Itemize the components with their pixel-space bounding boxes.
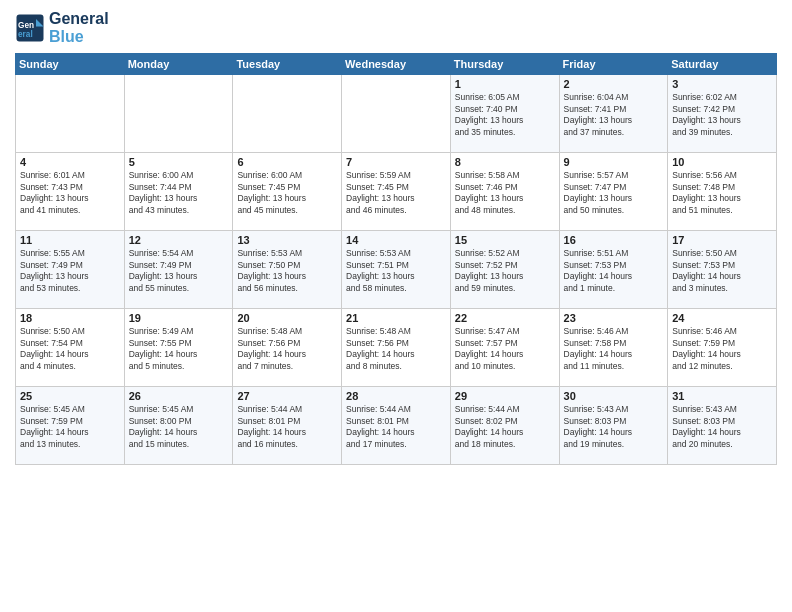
weekday-header-friday: Friday [559,54,668,75]
calendar-week-row: 25Sunrise: 5:45 AM Sunset: 7:59 PM Dayli… [16,387,777,465]
calendar-week-row: 4Sunrise: 6:01 AM Sunset: 7:43 PM Daylig… [16,153,777,231]
weekday-header-saturday: Saturday [668,54,777,75]
calendar-cell: 3Sunrise: 6:02 AM Sunset: 7:42 PM Daylig… [668,75,777,153]
cell-sun-info: Sunrise: 5:44 AM Sunset: 8:01 PM Dayligh… [237,404,337,450]
weekday-header-row: SundayMondayTuesdayWednesdayThursdayFrid… [16,54,777,75]
weekday-header-sunday: Sunday [16,54,125,75]
day-number: 23 [564,312,664,324]
calendar-cell: 22Sunrise: 5:47 AM Sunset: 7:57 PM Dayli… [450,309,559,387]
cell-sun-info: Sunrise: 5:45 AM Sunset: 8:00 PM Dayligh… [129,404,229,450]
day-number: 15 [455,234,555,246]
cell-sun-info: Sunrise: 5:43 AM Sunset: 8:03 PM Dayligh… [672,404,772,450]
day-number: 5 [129,156,229,168]
calendar-cell: 6Sunrise: 6:00 AM Sunset: 7:45 PM Daylig… [233,153,342,231]
logo-text: General Blue [49,10,109,45]
cell-sun-info: Sunrise: 5:48 AM Sunset: 7:56 PM Dayligh… [346,326,446,372]
cell-sun-info: Sunrise: 6:04 AM Sunset: 7:41 PM Dayligh… [564,92,664,138]
day-number: 8 [455,156,555,168]
calendar-cell: 17Sunrise: 5:50 AM Sunset: 7:53 PM Dayli… [668,231,777,309]
day-number: 12 [129,234,229,246]
calendar-cell: 10Sunrise: 5:56 AM Sunset: 7:48 PM Dayli… [668,153,777,231]
cell-sun-info: Sunrise: 5:49 AM Sunset: 7:55 PM Dayligh… [129,326,229,372]
cell-sun-info: Sunrise: 5:55 AM Sunset: 7:49 PM Dayligh… [20,248,120,294]
calendar-cell: 18Sunrise: 5:50 AM Sunset: 7:54 PM Dayli… [16,309,125,387]
cell-sun-info: Sunrise: 6:02 AM Sunset: 7:42 PM Dayligh… [672,92,772,138]
calendar-cell: 15Sunrise: 5:52 AM Sunset: 7:52 PM Dayli… [450,231,559,309]
cell-sun-info: Sunrise: 5:56 AM Sunset: 7:48 PM Dayligh… [672,170,772,216]
calendar-cell: 31Sunrise: 5:43 AM Sunset: 8:03 PM Dayli… [668,387,777,465]
day-number: 4 [20,156,120,168]
day-number: 3 [672,78,772,90]
cell-sun-info: Sunrise: 5:46 AM Sunset: 7:59 PM Dayligh… [672,326,772,372]
cell-sun-info: Sunrise: 5:47 AM Sunset: 7:57 PM Dayligh… [455,326,555,372]
day-number: 26 [129,390,229,402]
day-number: 6 [237,156,337,168]
calendar-cell: 12Sunrise: 5:54 AM Sunset: 7:49 PM Dayli… [124,231,233,309]
calendar-cell: 2Sunrise: 6:04 AM Sunset: 7:41 PM Daylig… [559,75,668,153]
calendar-cell: 4Sunrise: 6:01 AM Sunset: 7:43 PM Daylig… [16,153,125,231]
weekday-header-thursday: Thursday [450,54,559,75]
cell-sun-info: Sunrise: 5:58 AM Sunset: 7:46 PM Dayligh… [455,170,555,216]
calendar-table: SundayMondayTuesdayWednesdayThursdayFrid… [15,53,777,465]
day-number: 7 [346,156,446,168]
calendar-body: 1Sunrise: 6:05 AM Sunset: 7:40 PM Daylig… [16,75,777,465]
cell-sun-info: Sunrise: 5:45 AM Sunset: 7:59 PM Dayligh… [20,404,120,450]
calendar-cell: 5Sunrise: 6:00 AM Sunset: 7:44 PM Daylig… [124,153,233,231]
cell-sun-info: Sunrise: 5:44 AM Sunset: 8:01 PM Dayligh… [346,404,446,450]
calendar-cell: 16Sunrise: 5:51 AM Sunset: 7:53 PM Dayli… [559,231,668,309]
cell-sun-info: Sunrise: 5:48 AM Sunset: 7:56 PM Dayligh… [237,326,337,372]
cell-sun-info: Sunrise: 6:05 AM Sunset: 7:40 PM Dayligh… [455,92,555,138]
day-number: 28 [346,390,446,402]
calendar-cell: 8Sunrise: 5:58 AM Sunset: 7:46 PM Daylig… [450,153,559,231]
calendar-cell: 29Sunrise: 5:44 AM Sunset: 8:02 PM Dayli… [450,387,559,465]
calendar-cell: 1Sunrise: 6:05 AM Sunset: 7:40 PM Daylig… [450,75,559,153]
day-number: 24 [672,312,772,324]
day-number: 18 [20,312,120,324]
calendar-cell: 20Sunrise: 5:48 AM Sunset: 7:56 PM Dayli… [233,309,342,387]
calendar-cell [342,75,451,153]
day-number: 20 [237,312,337,324]
calendar-cell: 9Sunrise: 5:57 AM Sunset: 7:47 PM Daylig… [559,153,668,231]
calendar-cell: 19Sunrise: 5:49 AM Sunset: 7:55 PM Dayli… [124,309,233,387]
day-number: 1 [455,78,555,90]
cell-sun-info: Sunrise: 5:59 AM Sunset: 7:45 PM Dayligh… [346,170,446,216]
calendar-cell: 23Sunrise: 5:46 AM Sunset: 7:58 PM Dayli… [559,309,668,387]
logo: Gen eral General Blue [15,10,109,45]
cell-sun-info: Sunrise: 5:53 AM Sunset: 7:51 PM Dayligh… [346,248,446,294]
day-number: 13 [237,234,337,246]
calendar-cell [16,75,125,153]
calendar-cell: 7Sunrise: 5:59 AM Sunset: 7:45 PM Daylig… [342,153,451,231]
day-number: 31 [672,390,772,402]
day-number: 2 [564,78,664,90]
day-number: 17 [672,234,772,246]
day-number: 30 [564,390,664,402]
day-number: 9 [564,156,664,168]
calendar-header: Gen eral General Blue [15,10,777,45]
cell-sun-info: Sunrise: 5:43 AM Sunset: 8:03 PM Dayligh… [564,404,664,450]
calendar-week-row: 1Sunrise: 6:05 AM Sunset: 7:40 PM Daylig… [16,75,777,153]
day-number: 29 [455,390,555,402]
day-number: 16 [564,234,664,246]
calendar-cell: 11Sunrise: 5:55 AM Sunset: 7:49 PM Dayli… [16,231,125,309]
main-container: Gen eral General Blue SundayMondayTuesda… [0,0,792,475]
cell-sun-info: Sunrise: 5:54 AM Sunset: 7:49 PM Dayligh… [129,248,229,294]
cell-sun-info: Sunrise: 5:44 AM Sunset: 8:02 PM Dayligh… [455,404,555,450]
calendar-thead: SundayMondayTuesdayWednesdayThursdayFrid… [16,54,777,75]
calendar-cell [124,75,233,153]
calendar-cell [233,75,342,153]
day-number: 10 [672,156,772,168]
day-number: 25 [20,390,120,402]
cell-sun-info: Sunrise: 5:52 AM Sunset: 7:52 PM Dayligh… [455,248,555,294]
calendar-week-row: 18Sunrise: 5:50 AM Sunset: 7:54 PM Dayli… [16,309,777,387]
day-number: 14 [346,234,446,246]
calendar-cell: 24Sunrise: 5:46 AM Sunset: 7:59 PM Dayli… [668,309,777,387]
weekday-header-tuesday: Tuesday [233,54,342,75]
cell-sun-info: Sunrise: 5:57 AM Sunset: 7:47 PM Dayligh… [564,170,664,216]
calendar-cell: 25Sunrise: 5:45 AM Sunset: 7:59 PM Dayli… [16,387,125,465]
cell-sun-info: Sunrise: 5:46 AM Sunset: 7:58 PM Dayligh… [564,326,664,372]
calendar-cell: 21Sunrise: 5:48 AM Sunset: 7:56 PM Dayli… [342,309,451,387]
cell-sun-info: Sunrise: 5:51 AM Sunset: 7:53 PM Dayligh… [564,248,664,294]
calendar-cell: 13Sunrise: 5:53 AM Sunset: 7:50 PM Dayli… [233,231,342,309]
calendar-cell: 26Sunrise: 5:45 AM Sunset: 8:00 PM Dayli… [124,387,233,465]
day-number: 21 [346,312,446,324]
